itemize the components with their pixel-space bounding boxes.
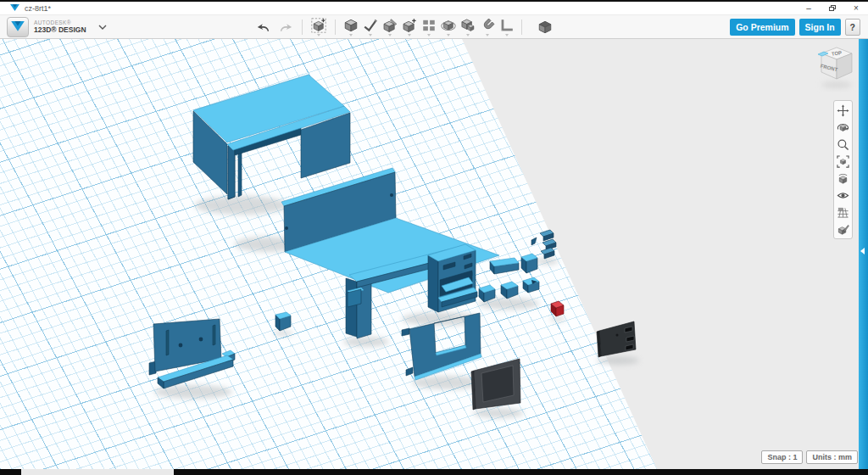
- app-logo-icon: [10, 4, 19, 12]
- app-logo-badge: [7, 17, 29, 37]
- titlebar: cz-8rt1* – ×: [0, 2, 868, 15]
- part-connector-cube-3[interactable]: [501, 282, 518, 299]
- pattern-grid-icon: [421, 18, 437, 33]
- view-toolbar: [833, 100, 853, 239]
- construct-cube-pencil-icon: [382, 18, 398, 33]
- construct-tool[interactable]: [380, 16, 399, 38]
- dropdown-caret: [505, 34, 509, 36]
- dropdown-caret: [349, 34, 353, 36]
- part-connector-bar[interactable]: [490, 258, 519, 274]
- shading-cube-icon: [837, 172, 849, 185]
- app-menu[interactable]: AUTODESK® 123D® DESIGN: [0, 17, 110, 37]
- pan-icon: [837, 104, 849, 117]
- part-clip-plates[interactable]: [531, 230, 556, 259]
- toolbar-separator: [521, 20, 522, 35]
- go-premium-button[interactable]: Go Premium: [730, 19, 794, 36]
- restore-button[interactable]: [821, 2, 844, 14]
- material-cube-icon: [537, 20, 553, 35]
- primitives-cube-icon: [343, 18, 359, 33]
- part-io-back-panel[interactable]: [597, 321, 636, 357]
- grouping-tool[interactable]: [438, 16, 458, 38]
- zoom-tool[interactable]: [835, 137, 851, 151]
- grid-settings-tool[interactable]: [835, 205, 851, 219]
- grid-icon: [837, 206, 849, 219]
- taskbar-strip: [0, 469, 868, 475]
- part-table-shell[interactable]: [193, 75, 350, 199]
- restore-boxes-icon: [829, 5, 836, 11]
- minimize-button[interactable]: –: [797, 2, 821, 14]
- dropdown-caret: [486, 34, 489, 36]
- account-area: Go Premium Sign In ?: [730, 19, 868, 36]
- chevron-down-icon: [98, 25, 107, 30]
- sign-in-button[interactable]: Sign In: [799, 19, 841, 36]
- dropdown-caret: [408, 34, 411, 36]
- part-screen-panel[interactable]: [471, 359, 520, 410]
- dropdown-caret: [427, 34, 431, 36]
- transform-tool[interactable]: [308, 16, 330, 38]
- sketch-tool[interactable]: [360, 16, 380, 38]
- dropdown-caret: [317, 34, 320, 36]
- redo-button[interactable]: [275, 16, 297, 38]
- side-panel-expander[interactable]: [859, 39, 868, 469]
- toolbar-separator: [302, 20, 303, 35]
- window-controls: – ×: [797, 2, 868, 14]
- material-tool[interactable]: [534, 16, 556, 38]
- taskbar-segment: [21, 469, 174, 475]
- dropdown-caret: [447, 34, 450, 36]
- redo-arrow-icon: [278, 20, 293, 34]
- primitives-tool[interactable]: [341, 16, 360, 38]
- part-connector-cube-1[interactable]: [521, 254, 537, 273]
- brand-triangle-icon: [11, 21, 25, 32]
- combine-cubes-icon: [460, 18, 476, 33]
- snap-setting[interactable]: Snap : 1: [761, 450, 803, 464]
- dropdown-caret: [466, 34, 470, 36]
- shaded-view-tool[interactable]: [835, 171, 851, 185]
- dropdown-caret: [388, 34, 392, 36]
- undo-button[interactable]: [253, 16, 275, 38]
- orbit-tool[interactable]: [835, 120, 851, 134]
- sketch-check-icon: [363, 18, 378, 33]
- dropdown-caret: [369, 34, 372, 36]
- pattern-tool[interactable]: [419, 16, 438, 38]
- units-setting[interactable]: Units : mm: [806, 450, 858, 464]
- grouping-cube-orbit-icon: [441, 18, 456, 33]
- brand-product: 123D® DESIGN: [34, 26, 86, 34]
- part-mounting-bracket-rail[interactable]: [149, 319, 235, 388]
- orbit-icon: [837, 121, 849, 134]
- toolbar-separator: [335, 20, 336, 35]
- measure-tool[interactable]: [497, 16, 516, 38]
- modify-tool[interactable]: [399, 16, 419, 38]
- chevron-left-icon: [860, 248, 865, 254]
- scene: TOP FRONT: [0, 39, 868, 469]
- undo-arrow-icon: [256, 20, 271, 34]
- window-title: cz-8rt1*: [25, 4, 51, 13]
- paintbrush-cube-icon: [837, 223, 849, 236]
- eye-icon: [837, 189, 849, 202]
- statusbar: Snap : 1 Units : mm: [761, 450, 858, 464]
- part-red-clip[interactable]: [551, 301, 564, 316]
- help-button[interactable]: ?: [845, 19, 860, 36]
- magnifier-icon: [837, 138, 849, 151]
- transform-cube-icon: [311, 18, 326, 33]
- measure-ruler-icon: [499, 18, 515, 33]
- app-window: cz-8rt1* – × AUTODESK® 123D® DESIGN: [0, 0, 868, 475]
- combine-tool[interactable]: [458, 16, 477, 38]
- pan-tool[interactable]: [835, 103, 851, 117]
- main-toolbar: AUTODESK® 123D® DESIGN: [0, 15, 868, 39]
- snap-magnet-icon: [480, 18, 495, 33]
- part-connector-cube-2[interactable]: [523, 277, 539, 293]
- material-paint-tool[interactable]: [835, 222, 851, 236]
- visibility-tool[interactable]: [835, 188, 851, 202]
- brand-text: AUTODESK® 123D® DESIGN: [34, 20, 86, 34]
- part-small-block[interactable]: [275, 312, 291, 331]
- zoom-fit-tool[interactable]: [835, 154, 851, 168]
- view-cube[interactable]: TOP FRONT: [818, 48, 852, 88]
- snap-tool[interactable]: [477, 16, 497, 38]
- modify-cube-plus-icon: [402, 18, 417, 33]
- close-button[interactable]: ×: [844, 2, 868, 14]
- fit-brackets-icon: [837, 155, 849, 168]
- viewport-canvas[interactable]: TOP FRONT: [0, 39, 868, 469]
